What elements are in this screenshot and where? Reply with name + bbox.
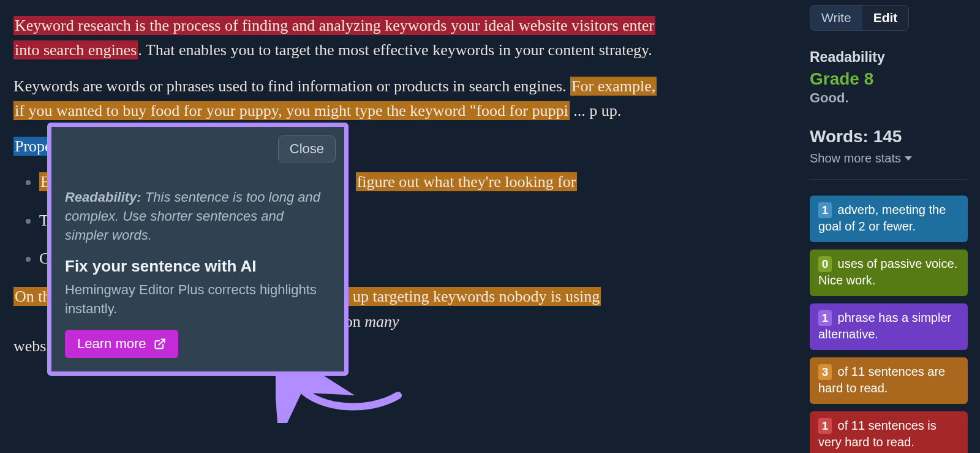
divider bbox=[810, 179, 968, 180]
external-link-icon bbox=[154, 338, 166, 350]
badge-count: 3 bbox=[818, 364, 832, 380]
badge-count: 1 bbox=[818, 310, 832, 326]
text: Keywords are words or phrases used to fi… bbox=[13, 77, 570, 95]
popup-heading: Fix your sentence with AI bbox=[65, 257, 331, 276]
readability-quality: Good. bbox=[810, 90, 968, 106]
svg-line-0 bbox=[159, 339, 164, 345]
paragraph-1[interactable]: Keyword research is the process of findi… bbox=[13, 13, 657, 63]
hard-badge[interactable]: 3 of 11 sentences are hard to read. bbox=[810, 357, 968, 404]
very-hard-badge[interactable]: 1 of 11 sentences is very hard to read. bbox=[810, 411, 968, 453]
word-count: Words: 145 bbox=[810, 127, 968, 147]
adverb-badge[interactable]: 1 adverb, meeting the goal of 2 or fewer… bbox=[810, 196, 968, 242]
text: . That enables you to target the most ef… bbox=[138, 41, 652, 59]
highlight-hard[interactable]: t end up targeting keywords nobody is us… bbox=[316, 287, 601, 306]
paragraph-2[interactable]: Keywords are words or phrases used to fi… bbox=[13, 74, 657, 124]
phrase-badge[interactable]: 1 phrase has a simpler alternative. bbox=[810, 303, 968, 350]
passive-badge[interactable]: 0 uses of passive voice. Nice work. bbox=[810, 249, 968, 296]
badge-text: adverb, meeting the goal of 2 or fewer. bbox=[818, 203, 946, 233]
badge-count: 1 bbox=[818, 418, 832, 434]
popup-tip: Readability: This sentence is too long a… bbox=[65, 188, 331, 245]
popup-description: Hemingway Editor Plus corrects highlight… bbox=[65, 281, 331, 319]
text: websi bbox=[13, 337, 51, 355]
readability-label: Readability bbox=[810, 49, 968, 66]
show-more-label: Show more stats bbox=[810, 151, 901, 166]
badge-text: of 11 sentences is very hard to read. bbox=[818, 419, 937, 449]
sidebar: Write Edit Readability Grade 8 Good. Wor… bbox=[810, 0, 968, 453]
stats-badges: 1 adverb, meeting the goal of 2 or fewer… bbox=[810, 196, 968, 453]
learn-more-label: Learn more bbox=[77, 336, 146, 352]
readability-section: Readability Grade 8 Good. bbox=[810, 49, 968, 106]
edit-tab[interactable]: Edit bbox=[862, 6, 909, 30]
readability-grade: Grade 8 bbox=[810, 69, 968, 89]
badge-text: phrase has a simpler alternative. bbox=[818, 311, 951, 341]
show-more-stats[interactable]: Show more stats bbox=[810, 151, 968, 166]
close-button[interactable]: Close bbox=[278, 135, 336, 162]
learn-more-button[interactable]: Learn more bbox=[65, 330, 178, 358]
highlight-hard[interactable]: figure out what they're looking for bbox=[356, 172, 578, 191]
text-italic: many bbox=[364, 313, 399, 330]
popup-tip-label: Readability: bbox=[65, 189, 141, 205]
badge-text: uses of passive voice. Nice work. bbox=[818, 257, 957, 287]
badge-count: 0 bbox=[818, 256, 832, 272]
write-tab[interactable]: Write bbox=[810, 6, 862, 30]
highlight-hard[interactable]: On th bbox=[13, 287, 52, 306]
suggestion-popup: Close Readability: This sentence is too … bbox=[47, 123, 349, 376]
chevron-down-icon bbox=[905, 156, 912, 161]
badge-count: 1 bbox=[818, 202, 832, 218]
badge-text: of 11 sentences are hard to read. bbox=[818, 365, 945, 395]
text: ... p up. bbox=[570, 102, 622, 120]
mode-toggle: Write Edit bbox=[810, 5, 909, 31]
